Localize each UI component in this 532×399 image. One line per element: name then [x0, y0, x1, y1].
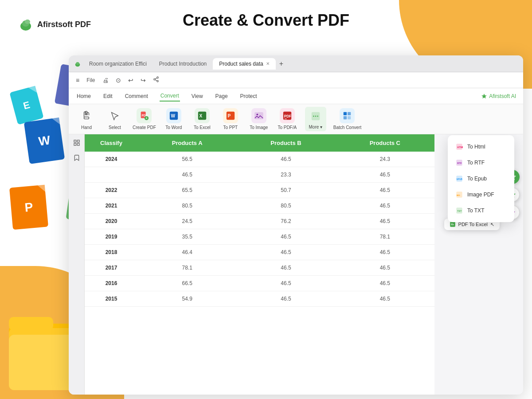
tool-hand-label: Hand — [81, 125, 92, 130]
tool-to-pdfa[interactable]: PDF /A To PDF/A — [277, 108, 298, 130]
share-icon[interactable] — [151, 75, 161, 85]
tool-more[interactable]: More ▾ — [305, 107, 326, 131]
cell-b: 46.5 — [236, 229, 335, 245]
tool-hand[interactable]: Hand — [76, 108, 97, 130]
file-icon-e: E — [9, 86, 43, 125]
svg-line-15 — [155, 78, 157, 79]
more-dropdown: HTML To Html RTF To RTF — [448, 135, 514, 222]
svg-rect-41 — [74, 140, 76, 142]
tab-label: Product sales data — [219, 61, 263, 67]
data-table-container: Classify Products A Products B Products … — [85, 134, 434, 395]
svg-point-13 — [156, 80, 158, 82]
tool-to-word-label: To Word — [165, 125, 182, 130]
dropdown-to-rtf[interactable]: RTF To RTF — [448, 155, 514, 171]
tool-to-excel[interactable]: X To Excel — [192, 108, 213, 130]
circle-icon[interactable]: ⊙ — [114, 76, 123, 85]
dropdown-epub-label: To Epub — [467, 176, 487, 182]
table-row: 2021 80.5 80.5 46.5 — [85, 198, 434, 214]
convert-toolbar: Hand Select PDF + Create PDF — [69, 104, 523, 134]
table-row: 2020 24.5 76.2 46.5 — [85, 214, 434, 229]
menu-view[interactable]: View — [191, 91, 204, 101]
svg-rect-17 — [84, 117, 89, 119]
svg-marker-16 — [481, 94, 487, 98]
dropdown-image-pdf[interactable]: IMG Image PDF — [448, 187, 514, 203]
cell-c: 46.5 — [336, 167, 434, 183]
tab-product-intro[interactable]: Product Introduction — [153, 58, 213, 70]
cell-year: 2015 — [85, 291, 138, 307]
left-sidebar — [69, 134, 85, 395]
cell-a: 65.5 — [138, 183, 236, 198]
cell-b: 46.5 — [236, 276, 335, 291]
cell-c: 78.1 — [336, 229, 434, 245]
logo: Afirstsoft PDF — [18, 16, 91, 32]
tool-batch-convert[interactable]: Batch Convert — [333, 108, 361, 130]
tool-to-ppt[interactable]: P To PPT — [220, 108, 241, 130]
tool-batch-label: Batch Convert — [333, 125, 361, 130]
cell-a: 78.1 — [138, 260, 236, 276]
table-header-row: Classify Products A Products B Products … — [85, 134, 434, 152]
file-icon-p: P — [9, 185, 48, 230]
menu-icon[interactable]: ≡ — [74, 76, 81, 85]
dropdown-to-epub[interactable]: EPUB To Epub — [448, 171, 514, 187]
to-rtf-icon: RTF — [455, 158, 464, 167]
table-row: 2016 66.5 46.5 46.5 — [85, 276, 434, 291]
svg-point-36 — [317, 116, 318, 117]
app-name: Afirstsoft PDF — [37, 20, 91, 29]
svg-text:RTF: RTF — [457, 162, 462, 164]
cell-a: 46.4 — [138, 245, 236, 260]
file-icon-w: W — [24, 117, 65, 164]
svg-line-14 — [155, 80, 157, 81]
undo-icon[interactable]: ↩ — [126, 76, 135, 85]
cell-b: 46.5 — [236, 152, 335, 167]
svg-point-35 — [315, 116, 316, 117]
tool-to-image-label: To Image — [250, 125, 268, 130]
tab-product-sales[interactable]: Product sales data ✕ — [213, 58, 275, 70]
svg-point-2 — [25, 20, 30, 24]
image-pdf-icon: IMG — [455, 190, 464, 199]
menu-edit[interactable]: Edit — [102, 91, 113, 101]
svg-rect-40 — [348, 116, 351, 119]
table-row: 2015 54.9 46.5 46.5 — [85, 291, 434, 307]
new-tab-button[interactable]: + — [276, 58, 287, 70]
dropdown-to-txt[interactable]: TXT To TXT — [448, 203, 514, 219]
menu-comment[interactable]: Comment — [124, 91, 149, 101]
cell-c: 46.5 — [336, 260, 434, 276]
svg-point-12 — [153, 78, 155, 80]
print-icon[interactable]: 🖨 — [101, 76, 110, 85]
dropdown-to-html[interactable]: HTML To Html — [448, 139, 514, 155]
menu-home[interactable]: Home — [76, 91, 92, 101]
cell-year: 2018 — [85, 245, 138, 260]
tool-more-label: More ▾ — [309, 125, 323, 129]
tool-create-pdf[interactable]: PDF + Create PDF — [133, 108, 156, 130]
menu-protect[interactable]: Protect — [239, 91, 258, 101]
header: Afirstsoft PDF Create & Convert PDF — [0, 0, 532, 49]
cell-a: 80.5 — [138, 198, 236, 214]
svg-rect-43 — [74, 143, 76, 145]
dropdown-txt-label: To TXT — [467, 207, 484, 214]
menu-bar: Home Edit Comment Convert View Page Prot… — [69, 88, 523, 104]
menu-convert[interactable]: Convert — [160, 91, 180, 102]
cell-a: 35.5 — [138, 229, 236, 245]
svg-text:IMG: IMG — [457, 194, 460, 196]
svg-text:W: W — [171, 113, 175, 118]
tab-close-button[interactable]: ✕ — [266, 61, 270, 66]
cell-b: 50.7 — [236, 183, 335, 198]
sidebar-thumbnail-icon[interactable] — [72, 138, 82, 148]
svg-rect-39 — [344, 116, 347, 119]
ai-label: Afirstsoft AI — [489, 93, 516, 99]
ai-menu-item[interactable]: Afirstsoft AI — [481, 93, 516, 99]
cell-year: 2020 — [85, 214, 138, 229]
dropdown-image-pdf-label: Image PDF — [467, 192, 494, 198]
redo-icon[interactable]: ↪ — [139, 76, 148, 85]
tool-select[interactable]: Select — [104, 108, 125, 130]
svg-text:TXT: TXT — [457, 210, 462, 212]
tool-to-word[interactable]: W To Word — [163, 108, 184, 130]
menu-page[interactable]: Page — [215, 91, 229, 101]
tool-to-image[interactable]: To Image — [248, 108, 270, 130]
file-label[interactable]: File — [85, 76, 97, 84]
tab-room-org[interactable]: Room organization Effici — [83, 58, 153, 70]
dropdown-rtf-label: To RTF — [467, 160, 485, 166]
sidebar-bookmark-icon[interactable] — [72, 153, 82, 163]
svg-text:X: X — [199, 113, 202, 118]
cell-year: 2017 — [85, 260, 138, 276]
